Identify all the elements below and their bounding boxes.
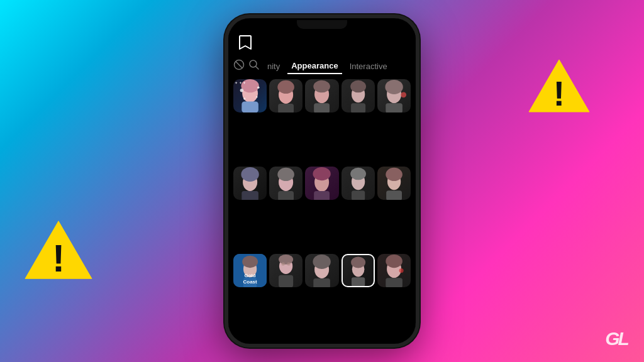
svg-point-38 (350, 168, 366, 180)
bookmark-icon[interactable] (238, 35, 252, 53)
effect-thumb-14-selected[interactable] (341, 254, 375, 287)
svg-rect-54 (314, 278, 331, 287)
effect-thumb-1[interactable] (233, 79, 267, 112)
search-icon[interactable] (248, 59, 260, 74)
svg-rect-20 (314, 103, 330, 112)
warning-left: ! (24, 217, 93, 280)
svg-rect-39 (352, 190, 365, 200)
filter-bar: nity Appearance Interactive (228, 56, 416, 74)
tab-interactive[interactable]: Interactive (346, 59, 391, 74)
effect-thumb-7[interactable] (269, 167, 303, 200)
phone-content: nity Appearance Interactive (228, 31, 416, 344)
tab-community[interactable]: nity (264, 59, 284, 74)
effect-thumb-12[interactable] (269, 254, 303, 287)
effect-thumb-15[interactable] (377, 254, 411, 287)
svg-rect-23 (351, 103, 365, 112)
svg-rect-57 (352, 277, 365, 286)
svg-text:!: ! (553, 74, 565, 113)
effect-thumb-11[interactable]: GoldCoast (233, 254, 267, 287)
svg-line-5 (236, 62, 243, 69)
svg-rect-42 (386, 190, 402, 200)
svg-point-22 (350, 80, 366, 93)
svg-point-32 (277, 168, 294, 181)
svg-point-16 (277, 80, 294, 94)
svg-point-59 (386, 255, 402, 268)
svg-rect-17 (278, 104, 294, 112)
svg-point-14 (256, 96, 258, 98)
svg-point-12 (257, 87, 260, 89)
svg-point-41 (386, 168, 402, 181)
svg-text:!: ! (52, 237, 65, 280)
svg-rect-10 (242, 101, 258, 112)
svg-point-45 (242, 256, 258, 268)
effect-thumb-5[interactable] (377, 79, 411, 112)
svg-point-29 (241, 167, 258, 182)
svg-rect-26 (386, 103, 402, 112)
svg-point-9 (241, 79, 258, 92)
svg-point-53 (313, 255, 331, 269)
tab-appearance[interactable]: Appearance (287, 58, 341, 74)
svg-rect-36 (314, 191, 330, 200)
gold-coast-label: GoldCoast (236, 273, 264, 285)
phone-frame: nity Appearance Interactive (225, 14, 419, 348)
ban-icon[interactable] (233, 59, 245, 74)
svg-point-61 (399, 268, 403, 273)
svg-point-48 (279, 255, 293, 265)
svg-point-25 (385, 80, 402, 94)
gt-logo-text: GL (605, 328, 628, 349)
effects-grid: GoldCoast (228, 74, 416, 344)
status-bar (228, 18, 416, 31)
svg-rect-60 (386, 278, 402, 287)
effect-thumb-2[interactable] (269, 79, 303, 112)
warning-right: ! (528, 57, 591, 113)
effect-thumb-10[interactable] (377, 167, 411, 200)
effect-thumb-9[interactable] (341, 167, 375, 200)
svg-point-27 (401, 92, 406, 97)
effect-thumb-4[interactable] (341, 79, 375, 112)
svg-rect-30 (242, 191, 258, 200)
svg-line-7 (256, 67, 259, 70)
gt-logo: GL (600, 324, 633, 353)
svg-rect-49 (279, 275, 293, 288)
svg-point-35 (313, 167, 331, 180)
effect-thumb-6[interactable] (233, 167, 267, 200)
svg-point-19 (314, 80, 331, 93)
effect-thumb-13[interactable] (305, 254, 338, 287)
svg-point-50 (282, 262, 285, 265)
svg-point-51 (287, 262, 291, 265)
svg-point-13 (243, 97, 246, 100)
effect-thumb-8[interactable] (305, 167, 338, 200)
svg-point-11 (240, 89, 243, 92)
svg-point-56 (351, 256, 365, 268)
phone-notch (297, 20, 347, 29)
top-bar (228, 31, 416, 56)
svg-rect-33 (278, 191, 294, 200)
effect-thumb-3[interactable] (305, 79, 338, 112)
